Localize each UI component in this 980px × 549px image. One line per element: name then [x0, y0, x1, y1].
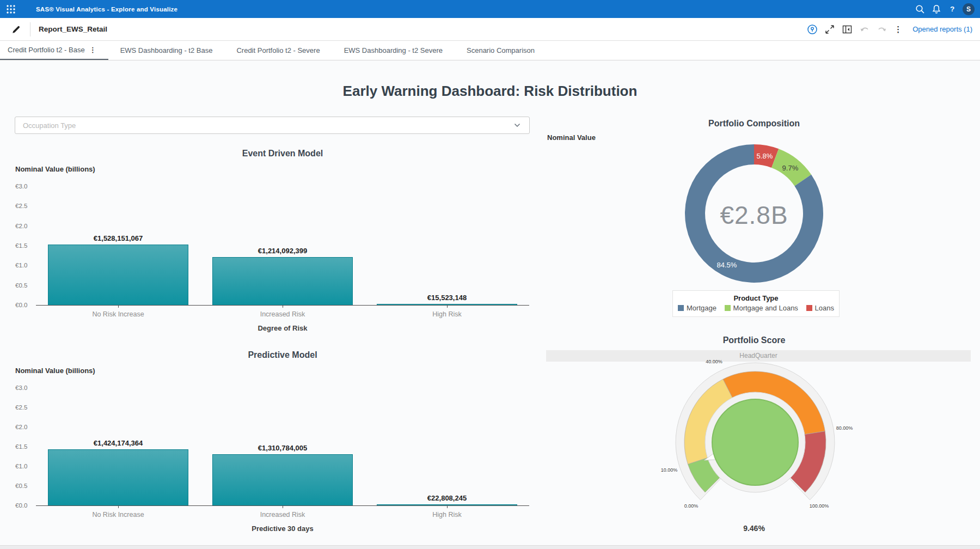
- legend-swatch: [678, 305, 684, 311]
- user-avatar[interactable]: S: [963, 3, 975, 15]
- chevron-down-icon: [514, 123, 520, 127]
- tab-ews-dashboarding-t2-severe[interactable]: EWS Dashboarding - t2 Severe: [332, 41, 455, 60]
- portfolio-composition-panel: Nominal Value Portfolio Composition 5.8%…: [544, 114, 980, 327]
- y-tick-label: €3.0: [15, 385, 27, 391]
- app-title: SAS® Visual Analytics - Explore and Visu…: [36, 6, 177, 13]
- app-bar: SAS® Visual Analytics - Explore and Visu…: [0, 0, 980, 18]
- bar-no-risk-increase[interactable]: [48, 449, 188, 505]
- y-tick-label: €2.0: [15, 223, 27, 229]
- x-axis-labels: No Risk IncreaseIncreased RiskHigh Risk: [36, 511, 529, 518]
- panel-toggle-icon[interactable]: [842, 24, 853, 35]
- y-tick-label: €0.0: [15, 302, 27, 308]
- bar-slot: €22,808,245: [365, 388, 529, 505]
- bar-high-risk[interactable]: [377, 504, 517, 505]
- category-label: High Risk: [365, 310, 529, 318]
- bar-no-risk-increase[interactable]: [48, 245, 188, 305]
- app-launcher-icon[interactable]: [5, 4, 16, 15]
- gauge-boundary-label: 80.00%: [836, 425, 853, 431]
- bar-slot: €1,424,174,364: [36, 388, 200, 505]
- tab-credit-portfolio-t2-base[interactable]: Credit Portfolio t2 - Base⋮: [0, 41, 108, 60]
- appbar-actions: ? S: [915, 3, 980, 15]
- y-tick-label: €2.5: [15, 203, 27, 209]
- insights-icon[interactable]: [807, 24, 818, 35]
- tab-label: EWS Dashboarding - t2 Base: [120, 46, 213, 54]
- more-options-icon[interactable]: ⋮: [894, 24, 902, 35]
- gauge-boundary-label: 40.00%: [706, 359, 722, 364]
- bar-high-risk[interactable]: [377, 304, 517, 305]
- y-tick-label: €0.0: [15, 502, 27, 509]
- legend-item-mortgage[interactable]: Mortgage: [678, 304, 716, 312]
- chart-title: Portfolio Score: [591, 335, 917, 345]
- slice-percent-label: 84.5%: [716, 261, 737, 269]
- bar-increased-risk[interactable]: [212, 257, 353, 305]
- axis-tick: [118, 306, 119, 308]
- legend-items: MortgageMortgage and LoansLoans: [673, 304, 839, 316]
- bar-slot: €1,528,151,067: [36, 187, 200, 305]
- notifications-bell-icon[interactable]: [931, 4, 942, 15]
- axis-tick: [447, 506, 448, 508]
- axis-tick: [283, 306, 283, 308]
- undo-icon[interactable]: [859, 24, 870, 35]
- category-label: No Risk Increase: [36, 511, 200, 518]
- y-axis-label: Nominal Value (billions): [15, 367, 95, 375]
- category-label: No Risk Increase: [36, 310, 200, 318]
- y-tick-label: €1.5: [15, 443, 27, 450]
- opened-reports-link[interactable]: Opened reports (1): [912, 25, 972, 33]
- slice-percent-label: 9.7%: [782, 164, 799, 172]
- chart-title: Portfolio Composition: [591, 119, 917, 129]
- chart-title: Event Driven Model: [36, 149, 529, 158]
- gauge-value-disc: [712, 399, 798, 485]
- legend-label: Mortgage: [687, 304, 716, 312]
- legend-item-mortgage-and-loans[interactable]: Mortgage and Loans: [725, 304, 798, 312]
- measure-label: Nominal Value: [547, 133, 596, 142]
- application-window: SAS® Visual Analytics - Explore and Visu…: [0, 0, 980, 549]
- predictive-model-chart: Predictive Model Nominal Value (billions…: [0, 346, 536, 538]
- bar-value-label: €1,424,174,364: [94, 439, 143, 447]
- y-tick-label: €1.5: [15, 242, 27, 249]
- donut-center-value: €2.8B: [672, 200, 836, 230]
- tab-scenario-comparison[interactable]: Scenario Comparison: [455, 41, 547, 60]
- event-driven-model-chart: Event Driven Model Nominal Value (billio…: [0, 144, 536, 336]
- toolbar-actions: ⋮ Opened reports (1): [807, 24, 980, 35]
- report-title: Report_EWS_Retail: [39, 25, 107, 33]
- bottom-scroll-strip[interactable]: [0, 545, 980, 549]
- legend-label: Mortgage and Loans: [733, 304, 798, 312]
- y-tick-label: €3.0: [15, 183, 27, 190]
- bar-increased-risk[interactable]: [212, 454, 353, 505]
- bar-slot: €1,310,784,005: [200, 388, 365, 505]
- help-icon[interactable]: ?: [947, 5, 957, 13]
- bar-value-label: €15,523,148: [427, 294, 467, 302]
- search-icon[interactable]: [915, 4, 926, 15]
- edit-pencil-icon[interactable]: [11, 24, 22, 35]
- redo-icon[interactable]: [877, 24, 887, 35]
- gauge-value-label: 9.46%: [591, 524, 917, 533]
- page-title: Early Warning Dashboard: Risk Distributi…: [0, 83, 980, 100]
- x-axis-title: Degree of Risk: [36, 324, 529, 332]
- tab-credit-portfolio-t2-severe[interactable]: Credit Portfolio t2 - Severe: [224, 41, 332, 60]
- y-tick-label: €2.5: [15, 404, 27, 411]
- bar-slot: €15,523,148: [365, 187, 529, 305]
- bar-value-label: €1,310,784,005: [258, 444, 307, 452]
- gauge-boundary-label: 0.00%: [684, 503, 699, 509]
- y-tick-label: €1.0: [15, 262, 27, 269]
- legend-item-loans[interactable]: Loans: [806, 304, 834, 312]
- legend-title: Product Type: [673, 294, 839, 302]
- gauge-chart: 0.00%10.00%40.00%80.00%100.00%: [646, 354, 864, 534]
- category-label: Increased Risk: [200, 511, 365, 518]
- portfolio-score-panel: Portfolio Score HeadQuarter 0.00%10.00%4…: [544, 331, 980, 549]
- legend-swatch: [725, 305, 731, 311]
- filter-placeholder: Occupation Type: [23, 121, 76, 130]
- plot-area: €1,424,174,364€1,310,784,005€22,808,245: [36, 388, 529, 506]
- x-axis-title: Predictive 30 days: [36, 524, 529, 533]
- legend-swatch: [806, 305, 812, 311]
- category-label: High Risk: [365, 511, 529, 518]
- chart-title: Predictive Model: [36, 350, 529, 360]
- axis-tick: [447, 306, 448, 308]
- y-tick-label: €0.5: [15, 282, 27, 289]
- divider: [30, 22, 30, 36]
- tab-menu-icon[interactable]: ⋮: [89, 46, 96, 54]
- occupation-type-filter[interactable]: Occupation Type: [15, 117, 530, 134]
- gauge-boundary-label: 100.00%: [810, 503, 829, 509]
- expand-fullscreen-icon[interactable]: [824, 24, 835, 35]
- tab-ews-dashboarding-t2-base[interactable]: EWS Dashboarding - t2 Base: [108, 41, 225, 60]
